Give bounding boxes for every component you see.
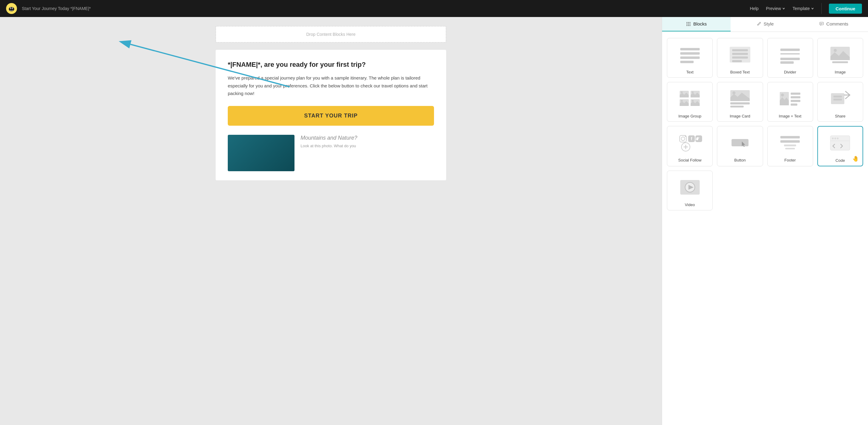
- svg-rect-30: [780, 61, 794, 64]
- svg-rect-20: [680, 56, 700, 59]
- blocks-grid-icon: [686, 22, 691, 26]
- block-share[interactable]: Share: [817, 82, 863, 122]
- svg-point-9: [687, 23, 687, 24]
- main-layout: Drop Content Blocks Here *|FNAME|*, are …: [0, 17, 868, 425]
- block-share-icon: [825, 86, 855, 111]
- document-title: Start Your Journey Today *|FNAME|*: [22, 6, 745, 11]
- svg-rect-67: [780, 140, 800, 143]
- svg-rect-23: [732, 49, 748, 51]
- svg-rect-68: [784, 144, 796, 146]
- block-code[interactable]: Code 🤚: [817, 126, 863, 166]
- svg-rect-18: [680, 48, 700, 50]
- svg-point-14: [690, 25, 690, 26]
- email-body-text: We've prepared a special journey plan fo…: [228, 74, 434, 97]
- tab-comments[interactable]: Comments: [800, 17, 868, 32]
- block-share-label: Share: [835, 114, 845, 118]
- svg-rect-45: [730, 106, 744, 108]
- svg-point-43: [733, 91, 736, 94]
- tab-comments-label: Comments: [827, 21, 848, 26]
- nav-divider: [821, 3, 822, 14]
- block-boxed-text-icon: [725, 42, 755, 67]
- help-link[interactable]: Help: [750, 6, 759, 11]
- svg-rect-66: [780, 136, 800, 138]
- drop-zone[interactable]: Drop Content Blocks Here: [216, 26, 446, 42]
- tab-blocks[interactable]: Blocks: [662, 17, 731, 32]
- block-video-label: Video: [685, 202, 695, 207]
- image-caption: Mountains and Nature?: [301, 135, 357, 141]
- preview-link[interactable]: Preview: [766, 6, 785, 11]
- svg-point-10: [688, 23, 689, 24]
- block-boxed-text[interactable]: Boxed Text: [717, 38, 763, 78]
- svg-point-13: [688, 25, 689, 26]
- block-image-group-label: Image Group: [678, 114, 702, 118]
- blocks-grid: Text Boxed Text: [662, 32, 868, 217]
- svg-rect-21: [680, 61, 693, 63]
- svg-rect-44: [730, 102, 750, 105]
- top-navigation: Start Your Journey Today *|FNAME|* Help …: [0, 0, 868, 17]
- block-footer[interactable]: Footer: [767, 126, 813, 166]
- block-video[interactable]: Video: [667, 171, 713, 210]
- image-text-row: Mountains and Nature? Look at this photo…: [228, 135, 434, 171]
- svg-rect-48: [790, 92, 800, 95]
- block-image-card[interactable]: Image Card: [717, 82, 763, 122]
- template-chevron-icon: [811, 7, 814, 10]
- svg-rect-65: [732, 139, 748, 146]
- block-divider[interactable]: Divider: [767, 38, 813, 78]
- drop-zone-text: Drop Content Blocks Here: [306, 32, 356, 37]
- svg-point-71: [832, 138, 834, 139]
- svg-point-37: [692, 91, 693, 93]
- tab-style[interactable]: Style: [731, 17, 799, 32]
- svg-point-47: [781, 93, 784, 96]
- block-text-label: Text: [686, 70, 693, 74]
- block-text[interactable]: Text: [667, 38, 713, 78]
- svg-point-41: [692, 100, 693, 102]
- svg-point-39: [681, 100, 683, 102]
- block-image-text[interactable]: Image + Text: [767, 82, 813, 122]
- nav-right-actions: Help Preview Template Continue: [750, 3, 862, 14]
- svg-rect-15: [820, 22, 824, 25]
- block-image-group[interactable]: Image Group: [667, 82, 713, 122]
- svg-rect-33: [832, 61, 848, 63]
- svg-point-58: [685, 136, 686, 137]
- block-social-follow-label: Social Follow: [678, 158, 702, 163]
- block-code-icon: [825, 131, 855, 155]
- svg-point-4: [11, 8, 11, 9]
- continue-button[interactable]: Continue: [829, 4, 862, 13]
- mountain-image: [228, 135, 294, 171]
- tab-style-label: Style: [764, 21, 774, 26]
- svg-rect-26: [732, 60, 742, 62]
- block-image[interactable]: Image: [817, 38, 863, 78]
- preview-chevron-icon: [782, 7, 785, 10]
- block-image-group-icon: [675, 86, 705, 111]
- block-image-card-icon: [725, 86, 755, 111]
- block-image-card-label: Image Card: [730, 114, 750, 118]
- block-button-label: Button: [734, 158, 746, 163]
- block-divider-icon: [775, 42, 805, 67]
- svg-point-5: [12, 8, 13, 9]
- tab-blocks-label: Blocks: [693, 21, 707, 26]
- svg-rect-51: [790, 104, 797, 106]
- email-content-block: *|FNAME|*, are you ready for your first …: [216, 50, 446, 180]
- template-link[interactable]: Template: [793, 6, 814, 11]
- block-button[interactable]: Button: [717, 126, 763, 166]
- cta-button[interactable]: START YOUR TRIP: [228, 106, 434, 126]
- svg-rect-28: [780, 53, 800, 54]
- svg-point-12: [687, 25, 687, 26]
- block-boxed-text-label: Boxed Text: [730, 70, 750, 74]
- svg-point-32: [834, 49, 837, 52]
- svg-rect-54: [833, 98, 842, 101]
- right-panel: Blocks Style Comments: [662, 17, 868, 425]
- block-text-icon: [675, 42, 705, 67]
- block-social-follow[interactable]: f Social Follow: [667, 126, 713, 166]
- svg-text:f: f: [690, 136, 692, 141]
- image-desc: Look at this photo. What do you: [301, 144, 357, 148]
- svg-point-8: [690, 22, 690, 23]
- block-social-follow-icon: f: [675, 131, 705, 155]
- svg-rect-29: [780, 58, 800, 60]
- block-footer-label: Footer: [784, 158, 796, 163]
- block-image-icon: [825, 42, 855, 67]
- block-footer-icon: [775, 131, 805, 155]
- mailchimp-logo: [6, 3, 17, 14]
- svg-point-6: [687, 22, 687, 23]
- svg-rect-27: [780, 49, 800, 51]
